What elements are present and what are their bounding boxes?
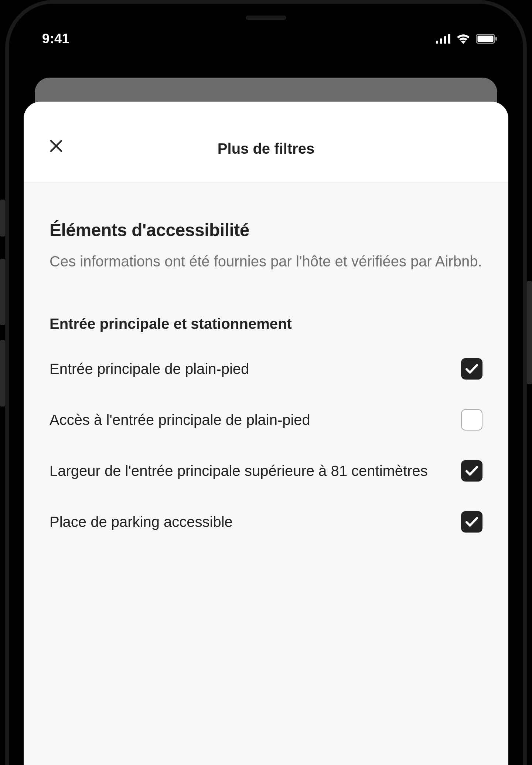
filter-checkbox[interactable]	[461, 409, 482, 431]
filter-label: Accès à l'entrée principale de plain-pie…	[50, 410, 446, 430]
cellular-signal-icon	[436, 34, 451, 44]
close-button[interactable]	[48, 139, 64, 155]
sheet-content: Éléments d'accessibilité Ces information…	[24, 183, 508, 765]
phone-notch	[200, 7, 332, 30]
status-time: 9:41	[42, 31, 69, 47]
filter-label: Entrée principale de plain-pied	[50, 359, 446, 379]
sheet-header: Plus de filtres	[24, 102, 508, 183]
svg-rect-3	[448, 34, 450, 44]
wifi-icon	[456, 34, 471, 44]
section-description: Ces informations ont été fournies par l'…	[50, 251, 482, 271]
filter-label: Place de parking accessible	[50, 512, 446, 532]
phone-body: 9:41	[5, 0, 527, 765]
filter-checkbox[interactable]	[461, 460, 482, 482]
filter-row: Entrée principale de plain-pied	[50, 358, 482, 380]
checkmark-icon	[465, 466, 478, 476]
checkmark-icon	[465, 364, 478, 374]
phone-volume-up-button	[0, 259, 5, 325]
filter-checkbox[interactable]	[461, 511, 482, 533]
sheet-title: Plus de filtres	[218, 140, 314, 157]
phone-volume-down-button	[0, 340, 5, 407]
phone-screen: 9:41	[13, 7, 519, 765]
phone-speaker	[246, 16, 286, 20]
svg-rect-5	[478, 36, 494, 42]
subsection-title: Entrée principale et stationnement	[50, 316, 482, 332]
filters-sheet: Plus de filtres Éléments d'accessibilité…	[24, 102, 508, 765]
phone-power-button	[527, 281, 532, 384]
battery-icon	[476, 34, 497, 44]
svg-rect-0	[436, 41, 438, 44]
filter-label: Largeur de l'entrée principale supérieur…	[50, 461, 446, 481]
phone-frame: 9:41	[0, 0, 532, 765]
filter-checkbox[interactable]	[461, 358, 482, 380]
svg-rect-6	[495, 37, 497, 41]
close-icon	[50, 139, 63, 154]
checkmark-icon	[465, 517, 478, 527]
filter-row: Largeur de l'entrée principale supérieur…	[50, 460, 482, 482]
svg-rect-1	[440, 38, 442, 44]
svg-rect-2	[444, 36, 446, 44]
filter-row: Place de parking accessible	[50, 511, 482, 533]
phone-side-button	[0, 200, 5, 237]
section-title: Éléments d'accessibilité	[50, 220, 482, 240]
status-icons	[436, 34, 497, 44]
filter-row: Accès à l'entrée principale de plain-pie…	[50, 409, 482, 431]
